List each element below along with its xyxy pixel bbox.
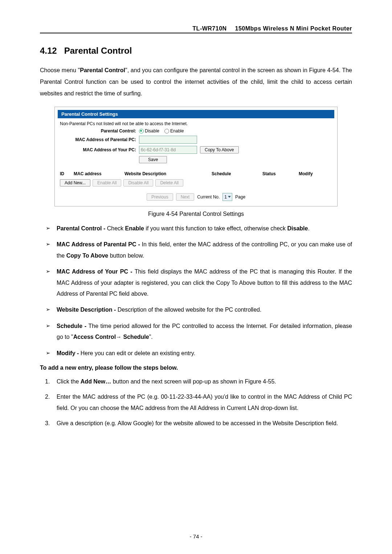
mac-parental-row: MAC Address of Parental PC: xyxy=(60,136,332,144)
bullet-list: Parental Control - Check Enable if you w… xyxy=(40,223,352,359)
next-button[interactable]: Next xyxy=(176,193,195,201)
intro-text: Choose menu " xyxy=(40,67,80,73)
settings-screenshot: Parental Control Settings Non-Parental P… xyxy=(54,107,338,206)
list-item: Modify - Here you can edit or delete an … xyxy=(40,348,352,359)
bullet-bold3: Schedule xyxy=(122,334,149,340)
col-status: Status xyxy=(262,171,299,176)
section-number: 4.12 xyxy=(40,46,57,56)
save-button[interactable]: Save xyxy=(139,156,167,163)
list-item: Give a description (e.g. Allow Google) f… xyxy=(40,418,352,429)
product-title: 150Mbps Wireless N Mini Pocket Router xyxy=(235,25,352,32)
bullet-bold: MAC Address of Your PC - xyxy=(57,268,135,275)
bullet-text: Check xyxy=(107,225,125,231)
page-number: - 74 - xyxy=(0,533,392,539)
col-schedule: Schedule xyxy=(212,171,262,176)
list-item: Click the Add New… button and the next s… xyxy=(40,376,352,387)
bullet-text2: ". xyxy=(149,334,153,340)
section-heading: 4.12 Parental Control xyxy=(40,46,352,56)
bullet-bold: Modify - xyxy=(57,350,81,356)
list-item: Website Description - Description of the… xyxy=(40,304,352,315)
list-item: Enter the MAC address of the PC (e.g. 00… xyxy=(40,391,352,414)
page-select-value: 1 xyxy=(224,194,227,200)
intro-bold: Parental Control xyxy=(80,67,125,73)
radio-enable-label: Enable xyxy=(170,128,184,134)
info-note: Non-Parental PCs not listed will not be … xyxy=(60,121,332,126)
mac-parental-label: MAC Address of Parental PC: xyxy=(60,137,139,142)
parental-control-row: Parental Control: Disable Enable xyxy=(60,128,332,134)
col-mac: MAC address xyxy=(74,171,124,176)
steps-heading: To add a new entry, please follow the st… xyxy=(40,365,352,371)
mac-your-row: MAC Address of Your PC: Copy To Above xyxy=(60,146,332,154)
step-bold: Add New… xyxy=(81,378,111,385)
bullet-bold2: Access Control xyxy=(73,334,116,340)
mac-your-label: MAC Address of Your PC: xyxy=(60,147,139,152)
list-item: MAC Address of Your PC - This field disp… xyxy=(40,266,352,299)
bullet-text3: . xyxy=(308,225,309,231)
copy-to-above-button[interactable]: Copy To Above xyxy=(200,146,239,153)
list-item: Schedule - The time period allowed for t… xyxy=(40,321,352,343)
panel-title: Parental Control Settings xyxy=(58,110,334,118)
step-text: Give a description (e.g. Allow Google) f… xyxy=(57,420,338,426)
model-label: TL-WR710N xyxy=(192,25,226,32)
bullet-bold2: Copy To Above xyxy=(66,253,109,259)
col-desc: Website Description xyxy=(124,171,212,176)
bullet-text: Description of the allowed website for t… xyxy=(118,307,262,313)
bullet-text2: if you want this function to take effect… xyxy=(144,225,287,231)
step-text: Enter the MAC address of the PC (e.g. 00… xyxy=(57,394,352,411)
parental-control-label: Parental Control: xyxy=(60,128,139,134)
page-select[interactable]: 1 xyxy=(222,193,232,201)
list-item: MAC Address of Parental PC - In this fie… xyxy=(40,239,352,261)
table-header: ID MAC address Website Description Sched… xyxy=(60,170,332,178)
bullet-bold3: Disable xyxy=(287,225,308,231)
bullet-bold: Schedule - xyxy=(57,323,88,329)
radio-disable[interactable] xyxy=(139,129,144,134)
add-new-button[interactable]: Add New... xyxy=(60,179,90,186)
table-buttons: Add New... Enable All Disable All Delete… xyxy=(60,179,332,186)
list-item: Parental Control - Check Enable if you w… xyxy=(40,223,352,234)
enable-all-button[interactable]: Enable All xyxy=(93,179,121,186)
figure-caption: Figure 4-54 Parental Control Settings xyxy=(40,211,352,217)
step-text: Click the xyxy=(57,378,81,385)
radio-disable-label: Disable xyxy=(145,128,159,134)
intro-paragraph: Choose menu "Parental Control", and you … xyxy=(40,65,352,99)
mac-your-input[interactable] xyxy=(139,146,197,154)
step-text2: button and the next screen will pop-up a… xyxy=(111,378,276,385)
bullet-bold: Website Description - xyxy=(57,307,118,313)
mac-parental-input[interactable] xyxy=(139,136,197,144)
page-header: TL-WR710N 150Mbps Wireless N Mini Pocket… xyxy=(40,25,352,33)
page-label: Page xyxy=(235,194,245,200)
radio-enable[interactable] xyxy=(164,129,169,134)
delete-all-button[interactable]: Delete All xyxy=(155,179,183,186)
save-row: Save xyxy=(60,156,332,163)
bullet-bold: Parental Control - xyxy=(57,225,107,231)
bullet-bold: MAC Address of Parental PC - xyxy=(57,241,142,247)
bullet-text: Here you can edit or delete an existing … xyxy=(81,350,195,356)
bullet-text2: button below. xyxy=(108,253,144,259)
pager: Previous Next Current No. 1 Page xyxy=(60,193,332,201)
col-id: ID xyxy=(60,171,74,176)
current-no-label: Current No. xyxy=(197,194,220,200)
previous-button[interactable]: Previous xyxy=(147,193,173,201)
steps-list: Click the Add New… button and the next s… xyxy=(40,376,352,429)
bullet-bold2: Enable xyxy=(125,225,144,231)
col-modify: Modify xyxy=(299,171,331,176)
disable-all-button[interactable]: Disable All xyxy=(123,179,153,186)
arrow-icon: → xyxy=(116,334,122,340)
section-name: Parental Control xyxy=(64,46,132,56)
